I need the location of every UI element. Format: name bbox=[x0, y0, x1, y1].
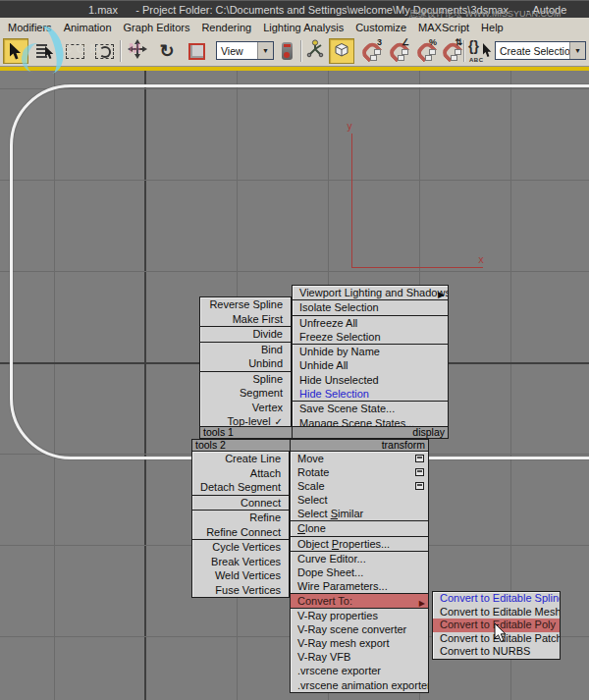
select-and-scale-button[interactable] bbox=[184, 38, 209, 64]
menu-item-viewport-lighting-and-shadows[interactable]: Viewport Lighting and Shadows▶ bbox=[293, 286, 448, 299]
menu-item-convert-editable-mesh[interactable]: Convert to Editable Mesh bbox=[433, 606, 560, 619]
select-and-manipulate-button[interactable] bbox=[303, 38, 327, 64]
quad-label-display[interactable]: display bbox=[293, 427, 448, 438]
menu-item-clone[interactable]: Clone bbox=[291, 521, 428, 535]
settings-box-icon[interactable] bbox=[415, 482, 424, 490]
quad-header-tools1-display: tools 1 display bbox=[199, 426, 449, 439]
menu-item-modifiers[interactable]: Modifiers bbox=[8, 22, 52, 33]
menu-item-rotate[interactable]: Rotate bbox=[291, 465, 428, 479]
menu-item-convert-to[interactable]: Convert To:▶ bbox=[291, 594, 428, 608]
menu-item-isolate-selection[interactable]: Isolate Selection bbox=[293, 300, 448, 314]
menu-item-reverse-spline[interactable]: Reverse Spline bbox=[200, 297, 291, 312]
quad-label-transform[interactable]: transform bbox=[291, 440, 428, 451]
menu-item-dope-sheet[interactable]: Dope Sheet... bbox=[291, 565, 428, 579]
menu-item-divide[interactable]: Divide bbox=[200, 327, 291, 342]
selection-set-value: Create Selection Set bbox=[496, 45, 569, 57]
menu-group: Object Properties... bbox=[291, 537, 428, 552]
quad-label-tools2[interactable]: tools 2 bbox=[192, 440, 291, 451]
menu-item-unhide-by-name[interactable]: Unhide by Name bbox=[293, 345, 448, 358]
snap-cube-icon bbox=[332, 39, 351, 63]
menu-item-unbind[interactable]: Unbind bbox=[200, 356, 291, 371]
select-by-name-button[interactable] bbox=[32, 38, 58, 64]
move-icon bbox=[128, 39, 147, 63]
menu-item-select[interactable]: Select bbox=[291, 493, 428, 507]
menu-item-select-similar[interactable]: Select Similar bbox=[291, 507, 428, 520]
rectangular-selection-region-button[interactable] bbox=[62, 38, 87, 64]
menu-item-vertex[interactable]: Vertex bbox=[200, 401, 291, 415]
reference-coordinate-system-dropdown[interactable]: View ▼ bbox=[216, 41, 274, 60]
use-pivot-point-center-button[interactable] bbox=[276, 38, 297, 64]
menu-item-vrscene-exporter[interactable]: .vrscene exporter bbox=[291, 664, 428, 677]
menu-item-customize[interactable]: Customize bbox=[355, 22, 406, 33]
menu-item-lighting-analysis[interactable]: Lighting Analysis bbox=[263, 22, 344, 33]
menu-group: Reverse Spline Make First bbox=[200, 297, 291, 327]
select-object-button[interactable] bbox=[3, 38, 28, 64]
menu-group: Connect bbox=[192, 496, 289, 512]
menu-item-weld-vertices[interactable]: Weld Vertices bbox=[192, 568, 289, 583]
select-and-rotate-button[interactable]: ↻ bbox=[154, 38, 180, 64]
menu-item-detach-segment[interactable]: Detach Segment bbox=[192, 480, 289, 495]
menu-group: Divide bbox=[200, 327, 291, 343]
menu-item-fuse-vertices[interactable]: Fuse Vertices bbox=[192, 583, 289, 598]
menu-item-graph-editors[interactable]: Graph Editors bbox=[124, 22, 190, 33]
menu-group: V-Ray properties V-Ray scene converter V… bbox=[291, 609, 428, 692]
menu-item-vray-properties[interactable]: V-Ray properties bbox=[291, 609, 428, 622]
magnet-percent-icon: % bbox=[413, 40, 435, 62]
menu-item-connect[interactable]: Connect bbox=[192, 496, 289, 511]
menu-item-unhide-all[interactable]: Unhide All bbox=[293, 358, 448, 372]
window-crossing-toggle-button[interactable] bbox=[91, 38, 117, 64]
menu-item-rendering[interactable]: Rendering bbox=[201, 22, 251, 33]
menu-item-hide-unselected[interactable]: Hide Unselected bbox=[293, 373, 448, 387]
spinner-snap-toggle-button[interactable]: ⇅ bbox=[437, 38, 462, 64]
dropdown-arrow-icon[interactable]: ▼ bbox=[257, 42, 273, 59]
select-by-name-icon bbox=[36, 43, 54, 59]
settings-box-icon[interactable] bbox=[415, 468, 424, 476]
select-and-move-button[interactable] bbox=[125, 38, 150, 64]
menu-item-segment[interactable]: Segment bbox=[200, 386, 291, 401]
edit-named-selection-sets-button[interactable]: {} ABC bbox=[467, 38, 493, 64]
angle-snap-toggle-button[interactable]: ∠ bbox=[384, 38, 409, 64]
menu-item-cycle-vertices[interactable]: Cycle Vertices bbox=[192, 540, 289, 555]
axis-gizmo-y bbox=[351, 134, 352, 268]
menu-item-move[interactable]: Move bbox=[291, 452, 428, 465]
menu-item-hide-selection[interactable]: Hide Selection bbox=[293, 387, 448, 401]
snap-toggle-3d-button[interactable] bbox=[329, 38, 354, 64]
menu-item-curve-editor[interactable]: Curve Editor... bbox=[291, 552, 428, 565]
dropdown-arrow-icon[interactable]: ▼ bbox=[569, 42, 585, 59]
menu-group: Spline Segment Vertex Top-level✓ bbox=[200, 372, 291, 429]
menu-item-convert-editable-spline[interactable]: Convert to Editable Spline bbox=[433, 592, 560, 606]
menu-item-maxscript[interactable]: MAXScript bbox=[418, 22, 469, 33]
quad-label-tools1[interactable]: tools 1 bbox=[200, 427, 293, 438]
menu-group: Isolate Selection bbox=[293, 300, 448, 315]
menu-item-attach[interactable]: Attach bbox=[192, 466, 289, 481]
menu-group: Unhide by Name Unhide All Hide Unselecte… bbox=[293, 345, 448, 402]
menu-item-break-vertices[interactable]: Break Vertices bbox=[192, 555, 289, 569]
axis-y-label: y bbox=[347, 121, 352, 132]
menu-item-unfreeze-all[interactable]: Unfreeze All bbox=[293, 316, 448, 330]
percent-snap-toggle-button[interactable]: % bbox=[411, 38, 437, 64]
menu-item-refine[interactable]: Refine bbox=[192, 511, 289, 525]
menu-item-refine-connect[interactable]: Refine Connect bbox=[192, 525, 289, 540]
menu-item-convert-nurbs[interactable]: Convert to NURBS bbox=[433, 645, 560, 659]
menu-item-object-properties[interactable]: Object Properties... bbox=[291, 537, 428, 551]
menu-item-make-first[interactable]: Make First bbox=[200, 312, 291, 327]
menu-item-help[interactable]: Help bbox=[481, 22, 504, 33]
menu-item-create-line[interactable]: Create Line bbox=[192, 452, 289, 466]
menu-item-vray-scene-converter[interactable]: V-Ray scene converter bbox=[291, 622, 428, 636]
menu-item-scale[interactable]: Scale bbox=[291, 479, 428, 493]
menu-item-freeze-selection[interactable]: Freeze Selection bbox=[293, 330, 448, 344]
menu-group: Move Rotate Scale Select Select Similar bbox=[291, 452, 428, 521]
menu-group: Unfreeze All Freeze Selection bbox=[293, 316, 448, 346]
menu-item-vrscene-animation-exporter[interactable]: .vrscene animation exporter bbox=[291, 678, 428, 692]
settings-box-icon[interactable] bbox=[415, 455, 424, 462]
menu-item-spline[interactable]: Spline bbox=[200, 372, 291, 387]
menu-item-vray-mesh-export[interactable]: V-Ray mesh export bbox=[291, 636, 428, 650]
menu-item-animation[interactable]: Animation bbox=[64, 22, 112, 33]
snaps-toggle-button[interactable]: 3 bbox=[356, 38, 382, 64]
menu-item-save-scene-state[interactable]: Save Scene State... bbox=[293, 402, 448, 415]
rotate-icon: ↻ bbox=[159, 42, 174, 60]
named-selection-set-combobox[interactable]: Create Selection Set ▼ bbox=[495, 41, 586, 60]
menu-item-vray-vfb[interactable]: V-Ray VFB bbox=[291, 650, 428, 664]
menu-item-bind[interactable]: Bind bbox=[200, 343, 291, 357]
menu-item-wire-parameters[interactable]: Wire Parameters... bbox=[291, 579, 428, 593]
